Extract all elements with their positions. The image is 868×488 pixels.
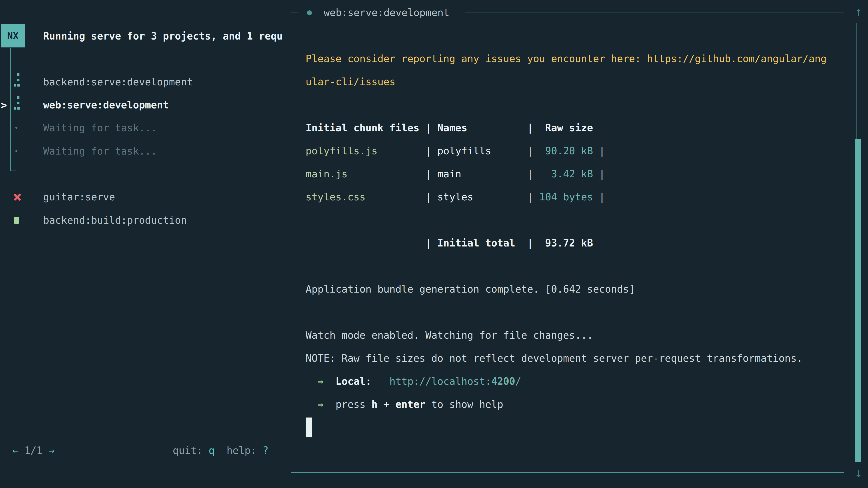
task-label: backend:build:production bbox=[43, 209, 187, 232]
waiting-dot-icon bbox=[16, 150, 18, 152]
quit-key: q bbox=[209, 445, 215, 456]
task-label: backend:serve:development bbox=[43, 70, 193, 94]
task-row-waiting-1[interactable]: Waiting for task... bbox=[0, 116, 291, 139]
waiting-dot-icon bbox=[16, 127, 18, 129]
failed-x-icon bbox=[13, 193, 22, 201]
terminal-line: main.js | main | 3.42 kB | bbox=[306, 162, 844, 186]
task-tree-corner bbox=[10, 170, 16, 171]
terminal-line bbox=[306, 255, 844, 278]
scrollbar-track[interactable] bbox=[857, 23, 860, 139]
task-label: guitar:serve bbox=[43, 186, 115, 208]
page-title: Running serve for 3 projects, and 1 requ bbox=[43, 25, 289, 48]
task-row-web-serve[interactable]: > web:serve:development bbox=[0, 94, 291, 117]
terminal-line: Application bundle generation complete. … bbox=[306, 278, 844, 301]
help-key: ? bbox=[262, 445, 269, 456]
terminal-line: NOTE: Raw file sizes do not reflect deve… bbox=[306, 347, 844, 370]
page-indicator: 1/1 bbox=[19, 445, 49, 456]
terminal-line: | Initial total | 93.72 kB bbox=[306, 232, 844, 255]
scroll-down-icon[interactable]: ↓ bbox=[852, 464, 865, 481]
task-label: Waiting for task... bbox=[43, 116, 157, 139]
terminal-line: Please consider reporting any issues you… bbox=[306, 47, 844, 70]
terminal-line: Initial chunk files | Names | Raw size bbox=[306, 116, 844, 139]
panel-border-top-stub bbox=[291, 12, 298, 12]
panel-border-top bbox=[465, 12, 844, 12]
spinner-icon bbox=[14, 95, 22, 110]
selection-caret-icon: > bbox=[0, 94, 7, 117]
task-label-selected: web:serve:development bbox=[43, 94, 169, 117]
terminal-cursor[interactable] bbox=[306, 418, 312, 437]
terminal-line: → press h + enter to show help bbox=[306, 393, 844, 416]
nx-tui-terminal: NX Running serve for 3 projects, and 1 r… bbox=[0, 0, 868, 488]
task-row-waiting-2[interactable]: Waiting for task... bbox=[0, 140, 291, 163]
nx-logo-badge: NX bbox=[1, 24, 25, 47]
task-row-backend-serve[interactable]: backend:serve:development bbox=[0, 70, 291, 94]
quit-hint-label: quit: bbox=[173, 445, 209, 456]
keyboard-hints: quit: q help: ? bbox=[173, 445, 269, 456]
terminal-line: ular-cli/issues bbox=[306, 70, 844, 93]
terminal-line bbox=[306, 208, 844, 232]
panel-border-left bbox=[291, 12, 291, 473]
terminal-line bbox=[306, 301, 844, 324]
help-hint-label: help: bbox=[226, 445, 262, 456]
terminal-output: Please consider reporting any issues you… bbox=[306, 47, 844, 416]
panel-title: web:serve:development bbox=[324, 3, 450, 23]
task-row-backend-build[interactable]: backend:build:production bbox=[0, 209, 291, 232]
task-label: Waiting for task... bbox=[43, 140, 157, 163]
running-status-bullet-icon bbox=[307, 10, 312, 15]
panel-border-bottom bbox=[291, 472, 844, 473]
spinner-icon bbox=[14, 72, 22, 87]
prev-page-icon[interactable]: ← bbox=[12, 445, 19, 456]
terminal-line bbox=[306, 93, 844, 116]
next-page-icon[interactable]: → bbox=[49, 445, 55, 456]
scroll-up-icon[interactable]: ↑ bbox=[852, 3, 865, 20]
pagination: ← 1/1 → bbox=[12, 445, 54, 456]
nx-logo-text: NX bbox=[7, 30, 19, 41]
scrollbar-thumb[interactable] bbox=[855, 139, 861, 462]
task-row-guitar-serve[interactable]: guitar:serve bbox=[0, 186, 291, 208]
success-square-icon bbox=[14, 217, 19, 224]
terminal-line: styles.css | styles | 104 bytes | bbox=[306, 186, 844, 208]
terminal-line: Watch mode enabled. Watching for file ch… bbox=[306, 324, 844, 347]
hint-gap bbox=[215, 445, 226, 456]
terminal-line: → Local: http://localhost:4200/ bbox=[306, 370, 844, 393]
terminal-line: polyfills.js | polyfills | 90.20 kB | bbox=[306, 139, 844, 162]
